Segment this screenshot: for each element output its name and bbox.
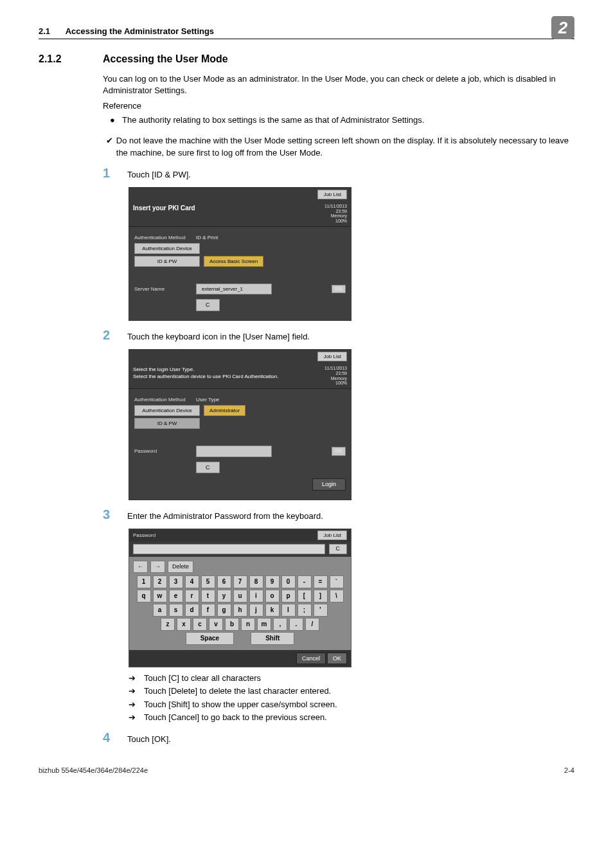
shift-key[interactable]: Shift: [251, 632, 294, 645]
key-2[interactable]: 2: [153, 575, 167, 588]
cancel-button[interactable]: Cancel: [296, 653, 326, 665]
substep-3: ➔Touch [Shift] to show the upper case/sy…: [129, 699, 574, 710]
screen-title: Select the login User Type. Select the a…: [133, 366, 278, 386]
key-i[interactable]: i: [249, 590, 263, 602]
screenshot-insert-pki-card: Job List Insert your PKI Card 11/11/2013…: [129, 187, 351, 321]
key-d[interactable]: d: [185, 604, 199, 617]
screenshot-user-type: Job List Select the login User Type. Sel…: [129, 349, 351, 500]
key-x[interactable]: x: [177, 618, 191, 631]
password-field[interactable]: [196, 446, 272, 457]
key-w[interactable]: w: [153, 590, 167, 602]
step-number: 1: [103, 164, 127, 182]
key-][interactable]: ]: [314, 590, 328, 602]
id-pw-button[interactable]: ID & PW: [134, 418, 200, 429]
key-q[interactable]: q: [137, 590, 151, 602]
key-6[interactable]: 6: [217, 575, 231, 588]
page-footer: bizhub 554e/454e/364e/284e/224e 2-4: [39, 766, 574, 775]
screenshot-keyboard: Password Job List C ← → Delete 123456789…: [129, 529, 351, 667]
login-button[interactable]: Login: [312, 478, 346, 491]
password-label: Password: [134, 448, 192, 455]
step-4-text: Touch [OK].: [127, 734, 574, 745]
key-/[interactable]: /: [305, 618, 319, 631]
authentication-device-button[interactable]: Authentication Device: [134, 243, 200, 254]
bullet-icon: ●: [103, 114, 122, 126]
clear-button[interactable]: C: [329, 544, 348, 554]
key--[interactable]: -: [298, 575, 312, 588]
key-y[interactable]: y: [217, 590, 231, 602]
keyboard-icon[interactable]: ⌨: [332, 285, 346, 293]
reference-bullet: ● The authority relating to box settings…: [103, 114, 574, 126]
key-0[interactable]: 0: [281, 575, 296, 588]
authentication-device-button[interactable]: Authentication Device: [134, 405, 200, 416]
key-7[interactable]: 7: [233, 575, 247, 588]
cursor-right-button[interactable]: →: [150, 561, 165, 573]
job-list-button[interactable]: Job List: [317, 352, 347, 361]
key-e[interactable]: e: [169, 590, 183, 602]
key-s[interactable]: s: [169, 604, 183, 617]
step-4: 4 Touch [OK].: [103, 728, 574, 746]
key-4[interactable]: 4: [185, 575, 199, 588]
key-n[interactable]: n: [241, 618, 255, 631]
auth-method-value: ID & Print: [196, 234, 218, 241]
key-3[interactable]: 3: [169, 575, 183, 588]
key-j[interactable]: j: [249, 604, 263, 617]
key-l[interactable]: l: [281, 604, 296, 617]
screen-title: Insert your PKI Card: [133, 204, 195, 224]
substep-4: ➔Touch [Cancel] to go back to the previo…: [129, 712, 574, 723]
checkmark-note-text: Do not leave the machine with the User M…: [116, 135, 574, 158]
key-8[interactable]: 8: [249, 575, 263, 588]
footer-page: 2-4: [564, 766, 574, 775]
substep-1: ➔Touch [C] to clear all characters: [129, 673, 574, 684]
key-1[interactable]: 1: [137, 575, 151, 588]
key-u[interactable]: u: [233, 590, 247, 602]
keyboard-icon[interactable]: ⌨: [332, 447, 346, 455]
key-,[interactable]: ,: [273, 618, 287, 631]
password-entry-field[interactable]: [133, 544, 325, 554]
substep-2: ➔Touch [Delete] to delete the last chara…: [129, 685, 574, 697]
delete-button[interactable]: Delete: [168, 561, 193, 573]
section-number: 2.1: [39, 26, 50, 37]
key-.[interactable]: .: [289, 618, 303, 631]
key-\[interactable]: \: [330, 590, 344, 602]
key-m[interactable]: m: [257, 618, 271, 631]
step-number: 4: [103, 728, 127, 746]
key-c[interactable]: c: [193, 618, 207, 631]
key-r[interactable]: r: [185, 590, 199, 602]
auth-method-label: Authentication Method: [134, 396, 192, 403]
key-p[interactable]: p: [281, 590, 296, 602]
user-type-label: User Type: [196, 396, 219, 403]
key-k[interactable]: k: [265, 604, 280, 617]
key-h[interactable]: h: [233, 604, 247, 617]
key-z[interactable]: z: [161, 618, 175, 631]
key-5[interactable]: 5: [201, 575, 215, 588]
key-`[interactable]: `: [330, 575, 344, 588]
administrator-button[interactable]: Administrator: [204, 405, 245, 416]
access-basic-screen-button[interactable]: Access Basic Screen: [204, 256, 263, 267]
key-'[interactable]: ': [314, 604, 328, 617]
clear-button[interactable]: C: [196, 462, 220, 474]
id-pw-button[interactable]: ID & PW: [134, 256, 200, 267]
key-b[interactable]: b: [225, 618, 239, 631]
key-;[interactable]: ;: [298, 604, 312, 617]
key-f[interactable]: f: [201, 604, 215, 617]
key-=[interactable]: =: [314, 575, 328, 588]
key-v[interactable]: v: [209, 618, 223, 631]
key-o[interactable]: o: [265, 590, 280, 602]
key-[[interactable]: [: [298, 590, 312, 602]
cursor-left-button[interactable]: ←: [133, 561, 148, 573]
key-g[interactable]: g: [217, 604, 231, 617]
keyboard-header: Password: [133, 532, 155, 539]
job-list-button[interactable]: Job List: [317, 190, 347, 199]
footer-model: bizhub 554e/454e/364e/284e/224e: [39, 766, 148, 775]
arrow-icon: ➔: [129, 685, 144, 697]
ok-button[interactable]: OK: [327, 653, 347, 665]
server-name-field[interactable]: external_server_1: [196, 284, 272, 294]
key-a[interactable]: a: [153, 604, 167, 617]
job-list-button[interactable]: Job List: [317, 530, 347, 540]
key-9[interactable]: 9: [265, 575, 280, 588]
space-key[interactable]: Space: [186, 632, 234, 645]
clear-button[interactable]: C: [196, 299, 220, 311]
subsection-title: Accessing the User Mode: [103, 52, 228, 66]
key-t[interactable]: t: [201, 590, 215, 602]
subsection-heading: 2.1.2 Accessing the User Mode: [39, 52, 574, 66]
